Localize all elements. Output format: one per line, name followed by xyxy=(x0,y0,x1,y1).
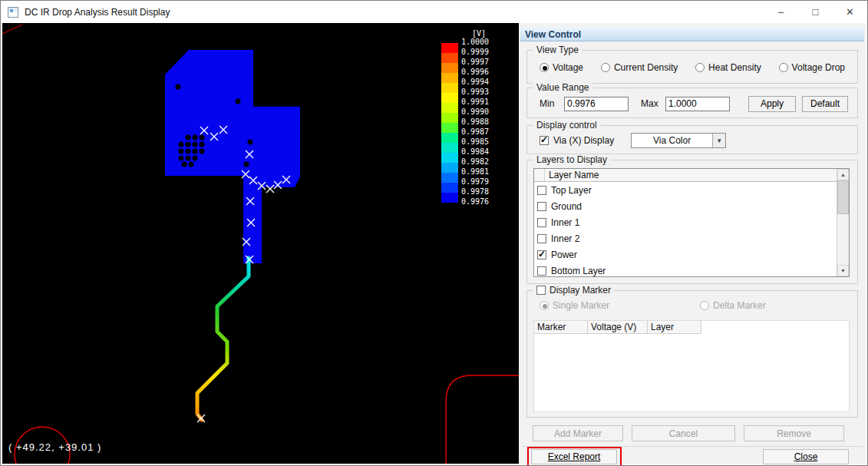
legend-color-segment xyxy=(441,103,458,113)
legend-value: 0.9987 xyxy=(461,127,489,137)
result-canvas[interactable]: [V] 1.00000.99990.99970.99960.99940.9993… xyxy=(2,23,519,464)
layer-checkbox[interactable] xyxy=(537,218,546,227)
layer-label: Bottom Layer xyxy=(551,266,606,276)
legend-value: 0.9978 xyxy=(461,187,489,197)
layer-list: Layer Name Top LayerGroundInner 1Inner 2… xyxy=(533,168,850,277)
legend-color-segment xyxy=(441,193,458,203)
legend-value-labels: 1.00000.99990.99970.99960.99940.99930.99… xyxy=(461,38,489,207)
layer-checkbox[interactable] xyxy=(537,202,546,211)
scroll-down-icon[interactable]: ▼ xyxy=(837,265,849,276)
radio-icon[interactable] xyxy=(695,63,705,72)
voltage-radio[interactable]: Voltage xyxy=(540,62,583,73)
bottom-buttons-row: Excel Report Close xyxy=(519,449,866,466)
layer-name-column-header[interactable]: Layer Name xyxy=(545,169,837,182)
legend-value: 0.9994 xyxy=(461,78,489,88)
legend-value: 0.9991 xyxy=(461,97,489,107)
layer-checkbox[interactable] xyxy=(537,250,546,259)
radio-label: Single Marker xyxy=(553,300,609,311)
legend-color-segment xyxy=(441,63,458,73)
layer-label: Inner 1 xyxy=(551,217,579,228)
marker-column-voltage-v[interactable]: Voltage (V) xyxy=(588,321,648,334)
current-density-radio[interactable]: Current Density xyxy=(601,62,678,73)
legend-value: 0.9988 xyxy=(461,117,489,127)
close-window-button[interactable]: ✕ xyxy=(833,1,867,23)
min-input[interactable] xyxy=(564,97,629,111)
pad-dot xyxy=(244,162,249,167)
scrollbar-thumb[interactable] xyxy=(837,180,849,214)
excel-report-button[interactable]: Excel Report xyxy=(531,449,617,464)
layer-check-column-header xyxy=(534,169,545,182)
window-controls: – □ ✕ xyxy=(764,1,867,23)
via-color-dropdown[interactable]: Via Color ▼ xyxy=(631,133,726,148)
legend-color-segment xyxy=(441,133,458,143)
dropdown-arrow-icon[interactable]: ▼ xyxy=(712,134,725,147)
radio-label: Voltage xyxy=(553,62,583,73)
view-type-group: View Type VoltageCurrent DensityHeat Den… xyxy=(526,50,858,84)
pad-dot xyxy=(236,99,241,104)
scroll-up-icon[interactable]: ▲ xyxy=(837,169,849,180)
board-copper-shape xyxy=(165,50,300,263)
default-button[interactable]: Default xyxy=(802,96,848,112)
pad-dot xyxy=(176,84,181,90)
delta-marker-radio[interactable]: Delta Marker xyxy=(700,300,766,311)
legend-value: 1.0000 xyxy=(461,38,489,48)
layer-checkbox[interactable] xyxy=(537,186,546,195)
apply-button[interactable]: Apply xyxy=(748,96,796,112)
pad-dot xyxy=(193,156,198,161)
value-range-group: Value Range Min Max Apply Default xyxy=(526,88,858,118)
maximize-button[interactable]: □ xyxy=(798,1,833,23)
layer-row-top-layer[interactable]: Top Layer xyxy=(534,182,849,198)
radio-icon[interactable] xyxy=(700,301,709,310)
marker-column-marker[interactable]: Marker xyxy=(534,321,588,334)
max-input[interactable] xyxy=(665,97,730,111)
legend-value: 0.9982 xyxy=(461,157,489,167)
close-dialog-button[interactable]: Close xyxy=(763,449,849,464)
legend-color-segment xyxy=(441,153,458,163)
radio-icon[interactable] xyxy=(540,63,549,72)
radio-icon[interactable] xyxy=(540,301,549,310)
voltage-drop-radio[interactable]: Voltage Drop xyxy=(779,62,845,73)
app-icon xyxy=(8,7,18,18)
marker-column-layer[interactable]: Layer xyxy=(648,321,701,334)
legend-color-segment xyxy=(441,43,458,53)
max-label: Max xyxy=(641,98,665,109)
single-marker-radio[interactable]: Single Marker xyxy=(540,300,609,311)
layer-row-bottom-layer[interactable]: Bottom Layer xyxy=(534,263,849,277)
pad-dot xyxy=(189,162,194,167)
layer-rows: Top LayerGroundInner 1Inner 2PowerBottom… xyxy=(534,182,849,277)
marker-table: MarkerVoltage (V)Layer xyxy=(533,320,850,412)
remove-button[interactable]: Remove xyxy=(744,425,844,441)
layer-checkbox[interactable] xyxy=(537,234,546,243)
layer-row-inner-2[interactable]: Inner 2 xyxy=(534,230,849,246)
marker-table-header: MarkerVoltage (V)Layer xyxy=(534,321,849,334)
radio-label: Heat Density xyxy=(708,62,761,73)
add-marker-button[interactable]: Add Marker xyxy=(533,425,623,441)
pad-dot xyxy=(200,135,205,140)
layer-list-scrollbar[interactable]: ▲ ▼ xyxy=(837,169,849,276)
radio-icon[interactable] xyxy=(601,63,610,72)
via-display-checkbox[interactable] xyxy=(540,136,549,145)
title-bar: DC IR Drop Analysis Result Display – □ ✕ xyxy=(1,1,867,23)
pad-dot xyxy=(186,135,191,140)
pad-dot xyxy=(290,84,295,90)
legend-value: 0.9979 xyxy=(461,177,489,187)
pad-dot xyxy=(200,149,205,154)
radio-icon[interactable] xyxy=(779,63,788,72)
heat-density-radio[interactable]: Heat Density xyxy=(695,62,761,73)
legend-value: 0.9976 xyxy=(461,197,489,207)
layer-row-ground[interactable]: Ground xyxy=(534,198,849,214)
layer-checkbox[interactable] xyxy=(537,266,546,276)
pad-dot xyxy=(186,149,191,154)
excel-report-wrap: Excel Report xyxy=(531,449,617,464)
red-outline-corner xyxy=(446,375,519,464)
pad-dot xyxy=(193,135,198,140)
display-control-group-label: Display control xyxy=(533,120,600,131)
pad-dot xyxy=(179,142,184,147)
display-marker-checkbox[interactable] xyxy=(536,286,546,295)
legend-value: 0.9981 xyxy=(461,167,489,177)
minimize-button[interactable]: – xyxy=(764,1,798,23)
layer-row-power[interactable]: Power xyxy=(534,246,849,263)
layer-row-inner-1[interactable]: Inner 1 xyxy=(534,214,849,230)
legend-color-segment xyxy=(441,123,458,133)
cancel-button[interactable]: Cancel xyxy=(632,425,735,441)
